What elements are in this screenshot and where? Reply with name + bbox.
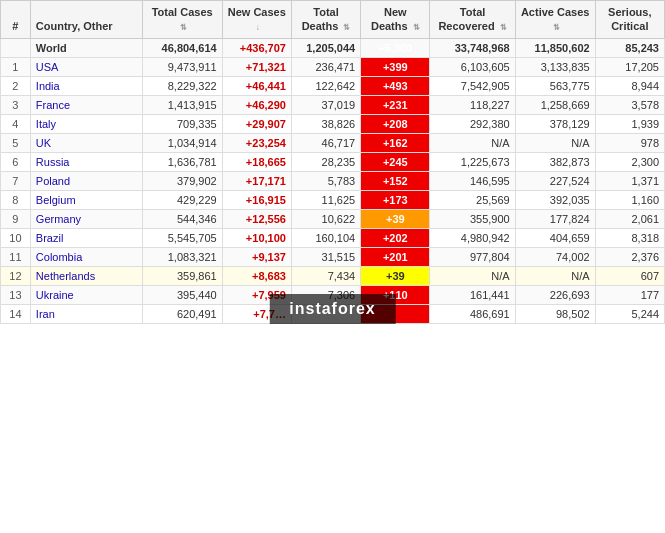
row-country[interactable]: Poland: [30, 171, 142, 190]
country-link[interactable]: Iran: [36, 308, 55, 320]
row-new-deaths: +152: [361, 171, 430, 190]
country-link[interactable]: Poland: [36, 175, 70, 187]
row-rank: 14: [1, 304, 31, 323]
row-country[interactable]: India: [30, 76, 142, 95]
header-row: # Country, Other Total Cases ⇅ New Cases…: [1, 1, 665, 39]
row-country[interactable]: USA: [30, 57, 142, 76]
row-new-deaths: +201: [361, 247, 430, 266]
world-row: World 46,804,614 +436,707 1,205,044 +5,3…: [1, 38, 665, 57]
row-new-deaths: +39: [361, 209, 430, 228]
row-new-cases: +7,959: [222, 285, 291, 304]
row-total-recovered: 6,103,605: [430, 57, 515, 76]
row-total-deaths: 37,019: [291, 95, 360, 114]
row-country[interactable]: Germany: [30, 209, 142, 228]
row-new-deaths: +173: [361, 190, 430, 209]
table-row: 9 Germany 544,346 +12,556 10,622 +39 355…: [1, 209, 665, 228]
header-total-recovered[interactable]: Total Recovered ⇅: [430, 1, 515, 39]
table-row: 11 Colombia 1,083,321 +9,137 31,515 +201…: [1, 247, 665, 266]
country-link[interactable]: France: [36, 99, 70, 111]
header-country: Country, Other: [30, 1, 142, 39]
row-new-cases: +17,171: [222, 171, 291, 190]
row-rank: 6: [1, 152, 31, 171]
row-total-deaths: 46,717: [291, 133, 360, 152]
row-total-recovered: 25,569: [430, 190, 515, 209]
country-link[interactable]: Ukraine: [36, 289, 74, 301]
row-new-deaths: +208: [361, 114, 430, 133]
country-link[interactable]: Russia: [36, 156, 70, 168]
row-total-cases: 1,636,781: [142, 152, 222, 171]
country-link[interactable]: USA: [36, 61, 59, 73]
row-new-deaths: +162: [361, 133, 430, 152]
world-new-cases: +436,707: [222, 38, 291, 57]
row-total-recovered: 4,980,942: [430, 228, 515, 247]
row-new-cases: +29,907: [222, 114, 291, 133]
row-country[interactable]: UK: [30, 133, 142, 152]
row-country[interactable]: Netherlands: [30, 266, 142, 285]
row-country[interactable]: Russia: [30, 152, 142, 171]
country-link[interactable]: Netherlands: [36, 270, 95, 282]
sort-icon-new-deaths: ⇅: [413, 23, 420, 33]
row-active-cases: 226,693: [515, 285, 595, 304]
header-new-deaths[interactable]: New Deaths ⇅: [361, 1, 430, 39]
table-row: 13 Ukraine 395,440 +7,959 7,306 +110 161…: [1, 285, 665, 304]
row-total-deaths: 122,642: [291, 76, 360, 95]
header-serious-critical[interactable]: Serious, Critical: [595, 1, 664, 39]
row-new-cases: +10,100: [222, 228, 291, 247]
world-total-cases: 46,804,614: [142, 38, 222, 57]
row-country[interactable]: Brazil: [30, 228, 142, 247]
country-link[interactable]: UK: [36, 137, 51, 149]
header-total-deaths[interactable]: Total Deaths ⇅: [291, 1, 360, 39]
country-link[interactable]: Colombia: [36, 251, 82, 263]
row-new-cases: +18,665: [222, 152, 291, 171]
row-serious-critical: 1,371: [595, 171, 664, 190]
row-serious-critical: 8,318: [595, 228, 664, 247]
row-total-deaths: 11,625: [291, 190, 360, 209]
header-active-cases[interactable]: Active Cases ⇅: [515, 1, 595, 39]
world-serious-critical: 85,243: [595, 38, 664, 57]
country-link[interactable]: India: [36, 80, 60, 92]
row-active-cases: N/A: [515, 266, 595, 285]
row-active-cases: 392,035: [515, 190, 595, 209]
country-link[interactable]: Brazil: [36, 232, 64, 244]
row-new-deaths: +39: [361, 266, 430, 285]
row-total-recovered: 1,225,673: [430, 152, 515, 171]
row-total-cases: 379,902: [142, 171, 222, 190]
table-row: 4 Italy 709,335 +29,907 38,826 +208 292,…: [1, 114, 665, 133]
row-total-cases: 544,346: [142, 209, 222, 228]
row-country[interactable]: Colombia: [30, 247, 142, 266]
row-new-deaths: +245: [361, 152, 430, 171]
row-new-deaths: +231: [361, 95, 430, 114]
header-total-cases[interactable]: Total Cases ⇅: [142, 1, 222, 39]
row-rank: 1: [1, 57, 31, 76]
row-active-cases: 563,775: [515, 76, 595, 95]
row-total-deaths: 236,471: [291, 57, 360, 76]
row-country[interactable]: Belgium: [30, 190, 142, 209]
row-serious-critical: 607: [595, 266, 664, 285]
row-total-recovered: 118,227: [430, 95, 515, 114]
row-rank: 13: [1, 285, 31, 304]
row-country[interactable]: Ukraine: [30, 285, 142, 304]
row-rank: 11: [1, 247, 31, 266]
row-rank: 2: [1, 76, 31, 95]
row-total-recovered: 977,804: [430, 247, 515, 266]
row-active-cases: 382,873: [515, 152, 595, 171]
country-link[interactable]: Belgium: [36, 194, 76, 206]
header-new-cases[interactable]: New Cases ↓: [222, 1, 291, 39]
world-rank: [1, 38, 31, 57]
row-country[interactable]: Iran: [30, 304, 142, 323]
row-serious-critical: 8,944: [595, 76, 664, 95]
row-total-recovered: 7,542,905: [430, 76, 515, 95]
row-total-cases: 8,229,322: [142, 76, 222, 95]
row-active-cases: N/A: [515, 133, 595, 152]
header-rank: #: [1, 1, 31, 39]
country-link[interactable]: Italy: [36, 118, 56, 130]
row-country[interactable]: Italy: [30, 114, 142, 133]
row-serious-critical: 3,578: [595, 95, 664, 114]
sort-icon-active-cases: ⇅: [553, 23, 560, 33]
row-country[interactable]: France: [30, 95, 142, 114]
sort-icon-new-cases: ↓: [256, 23, 260, 33]
row-serious-critical: 5,244: [595, 304, 664, 323]
country-link[interactable]: Germany: [36, 213, 81, 225]
row-total-cases: 620,491: [142, 304, 222, 323]
row-total-recovered: 292,380: [430, 114, 515, 133]
